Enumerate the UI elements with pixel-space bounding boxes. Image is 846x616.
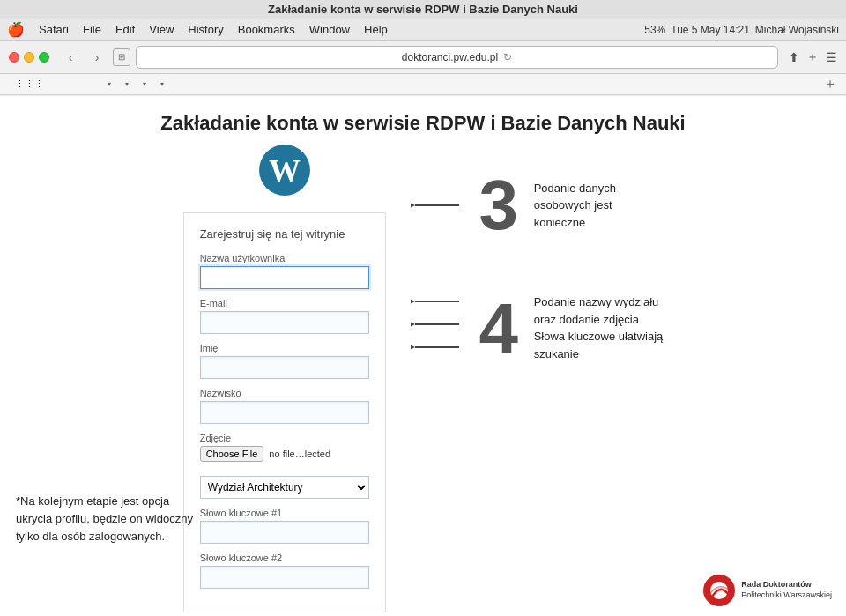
svg-text:W: W — [269, 153, 301, 189]
apple-menu[interactable]: 🍎 — [7, 21, 25, 38]
page-heading: Zakładanie konta w serwisie RDPW i Bazie… — [160, 112, 685, 135]
menu-file[interactable]: File — [76, 19, 108, 40]
content-area: *Na kolejnym etapie jest opcja ukrycia p… — [0, 135, 846, 616]
email-input[interactable] — [200, 311, 369, 334]
back-button[interactable]: ‹ — [60, 47, 81, 68]
imie-group: Imię — [200, 343, 369, 379]
wydzial-select[interactable]: Wydział Architektury — [200, 476, 369, 499]
traffic-lights — [9, 52, 49, 63]
left-annotation: *Na kolejnym etapie jest opcja ukrycia p… — [16, 493, 193, 545]
keyword2-label: Słowo kluczowe #2 — [200, 553, 369, 563]
file-name-text: no file…lected — [269, 449, 330, 459]
minimize-button[interactable] — [24, 52, 34, 63]
bookmark-article[interactable]: ▾ — [100, 80, 117, 88]
wp-logo-area: W — [258, 144, 311, 197]
username-label: Nazwa użytkownika — [200, 253, 369, 263]
file-row: Choose File no file…lected — [200, 446, 369, 462]
keyword2-input[interactable] — [200, 566, 369, 589]
close-button[interactable] — [9, 52, 19, 63]
username-group: Nazwa użytkownika — [200, 253, 369, 289]
arrow-group-4 — [411, 293, 464, 355]
add-tab-icon[interactable]: ＋ — [806, 49, 819, 65]
rada-logo: Rada Doktorantów Politechniki Warszawski… — [702, 574, 832, 607]
chevron-down-icon: ▾ — [160, 80, 164, 88]
arrow-left-4b-icon — [411, 316, 464, 332]
menu-window[interactable]: Window — [302, 19, 357, 40]
arrow-left-4c-icon — [411, 339, 464, 355]
chevron-down-icon: ▾ — [143, 80, 146, 88]
rada-text: Rada Doktorantów Politechniki Warszawski… — [741, 580, 832, 600]
fullscreen-button[interactable] — [39, 52, 49, 63]
annotation-3-text: Podanie danych osobowych jest konieczne — [534, 180, 616, 232]
add-bookmark-button[interactable]: ＋ — [823, 75, 837, 93]
sidebar-icon[interactable]: ☰ — [826, 50, 837, 64]
address-bar[interactable]: doktoranci.pw.edu.pl ↻ — [136, 46, 778, 69]
imie-input[interactable] — [200, 356, 369, 379]
username: Michał Wojasiński — [755, 24, 839, 36]
page-content: Zakładanie konta w serwisie RDPW i Bazie… — [0, 96, 846, 616]
chevron-down-icon: ▾ — [108, 80, 111, 88]
menu-view[interactable]: View — [142, 19, 181, 40]
annotation-4: 4 Podanie nazwy wydziału oraz dodanie zd… — [411, 293, 664, 364]
tab-overview-button[interactable]: ⊞ — [113, 48, 130, 66]
browser-toolbar: ‹ › ⊞ doktoranci.pw.edu.pl ↻ ⬆ ＋ ☰ — [0, 41, 846, 74]
bookmarks-bar: ⋮⋮⋮ ▾ ▾ ▾ ▾ ＋ — [0, 74, 846, 95]
battery-status: 53% — [644, 24, 665, 36]
right-panel: 3 Podanie danych osobowych jest konieczn… — [411, 144, 664, 364]
registration-form: Zarejestruj się na tej witrynie Nazwa uż… — [183, 212, 386, 612]
email-group: E-mail — [200, 298, 369, 334]
zdjecie-group: Zdjęcie Choose File no file…lected — [200, 433, 369, 462]
datetime: Tue 5 May 14:21 — [671, 24, 750, 36]
bookmark-grid[interactable]: ⋮⋮⋮ — [9, 78, 50, 90]
page-title: Zakładanie konta w serwisie RDPW i Bazie… — [268, 3, 578, 16]
keyword2-group: Słowo kluczowe #2 — [200, 553, 369, 589]
nazwisko-group: Nazwisko — [200, 388, 369, 424]
address-text: doktoranci.pw.edu.pl — [402, 51, 498, 63]
wydzial-group: Wydział Architektury — [200, 471, 369, 499]
titlebar: Zakładanie konta w serwisie RDPW i Bazie… — [0, 0, 846, 19]
keyword1-label: Słowo kluczowe #1 — [200, 508, 369, 518]
form-title: Zarejestruj się na tej witrynie — [200, 227, 369, 241]
arrow-left-4a-icon — [411, 293, 464, 309]
annotation-4-text: Podanie nazwy wydziału oraz dodanie zdję… — [534, 293, 664, 362]
menu-help[interactable]: Help — [357, 19, 395, 40]
form-column: W Zarejestruj się na tej witrynie Nazwa … — [183, 144, 386, 612]
username-input[interactable] — [200, 266, 369, 289]
zdjecie-label: Zdjęcie — [200, 433, 369, 443]
bookmark-popularne[interactable]: ▾ — [135, 80, 152, 88]
imie-label: Imię — [200, 343, 369, 353]
annotation-3: 3 Podanie danych osobowych jest konieczn… — [411, 170, 664, 241]
forward-button[interactable]: › — [86, 47, 108, 68]
rada-emblem-icon — [702, 574, 736, 607]
bookmark-science[interactable]: ▾ — [152, 80, 170, 88]
menu-history[interactable]: History — [181, 19, 230, 40]
number-3: 3 — [472, 170, 525, 241]
nazwisko-label: Nazwisko — [200, 388, 369, 398]
keyword1-input[interactable] — [200, 521, 369, 544]
chevron-down-icon: ▾ — [125, 80, 129, 88]
choose-file-button[interactable]: Choose File — [200, 446, 264, 462]
reload-button[interactable]: ↻ — [503, 51, 512, 63]
menubar: 🍎 Safari File Edit View History Bookmark… — [0, 19, 846, 41]
left-annotation-text: *Na kolejnym etapie jest opcja ukrycia p… — [16, 493, 193, 545]
arrow-left-3-icon — [411, 197, 464, 213]
nazwisko-input[interactable] — [200, 401, 369, 424]
menu-safari[interactable]: Safari — [32, 19, 76, 40]
menu-bookmarks[interactable]: Bookmarks — [231, 19, 302, 40]
email-label: E-mail — [200, 298, 369, 308]
number-4: 4 — [472, 293, 525, 364]
menu-edit[interactable]: Edit — [108, 19, 142, 40]
bookmark-bazy[interactable]: ▾ — [117, 80, 135, 88]
share-icon[interactable]: ⬆ — [789, 50, 799, 64]
keyword1-group: Słowo kluczowe #1 — [200, 508, 369, 544]
toolbar-icons: ⬆ ＋ ☰ — [789, 49, 837, 65]
wordpress-logo: W — [258, 144, 311, 197]
menubar-right: 53% Tue 5 May 14:21 Michał Wojasiński — [644, 24, 839, 36]
